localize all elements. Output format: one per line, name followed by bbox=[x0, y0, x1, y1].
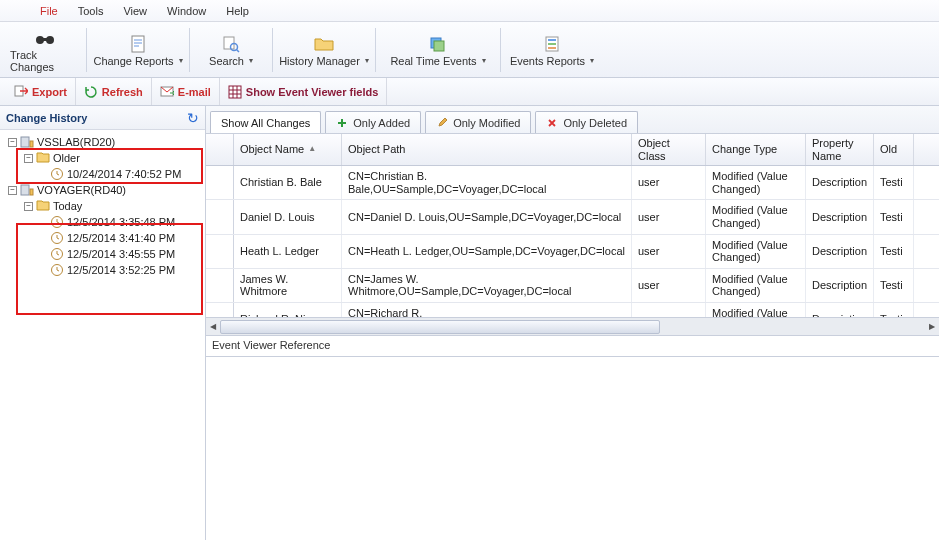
horizontal-scrollbar[interactable]: ◀ ▶ bbox=[206, 317, 939, 335]
tab-only-modified[interactable]: Only Modified bbox=[425, 111, 531, 133]
clock-icon bbox=[50, 231, 64, 245]
menu-window[interactable]: Window bbox=[157, 2, 216, 20]
track-changes-button[interactable]: Track Changes bbox=[10, 25, 80, 75]
svg-rect-4 bbox=[132, 36, 144, 52]
tree-timestamp[interactable]: 12/5/2014 3:35:48 PM bbox=[2, 214, 203, 230]
cell-change-type: Modified (Value Changed) bbox=[706, 200, 806, 233]
side-panel-title: Change History bbox=[6, 112, 87, 124]
cell-property-name: Description bbox=[806, 166, 874, 199]
email-button[interactable]: E-mail bbox=[152, 78, 220, 105]
clock-icon bbox=[50, 263, 64, 277]
filter-tabstrip: Show All Changes Only Added Only Modifie… bbox=[206, 106, 939, 134]
table-row[interactable]: Daniel D. LouisCN=Daniel D. Louis,OU=Sam… bbox=[206, 200, 939, 234]
col-property-name[interactable]: Property Name bbox=[806, 134, 874, 165]
svg-rect-17 bbox=[21, 137, 29, 147]
scroll-thumb[interactable] bbox=[220, 320, 660, 334]
tree-timestamp[interactable]: 12/5/2014 3:45:55 PM bbox=[2, 246, 203, 262]
svg-point-2 bbox=[46, 36, 54, 44]
svg-rect-5 bbox=[224, 37, 234, 49]
search-button[interactable]: Search bbox=[196, 25, 266, 75]
col-old[interactable]: Old bbox=[874, 134, 914, 165]
tree-timestamp[interactable]: 12/5/2014 3:52:25 PM bbox=[2, 262, 203, 278]
separator bbox=[500, 28, 501, 72]
events-reports-button[interactable]: Events Reports bbox=[507, 25, 597, 75]
folder-icon bbox=[36, 199, 50, 213]
cell-object-path: CN=Daniel D. Louis,OU=Sample,DC=Voyager,… bbox=[342, 200, 632, 233]
cell-change-type: Modified (Value Changed) bbox=[706, 303, 806, 317]
cell-object-name: James W. Whitmore bbox=[234, 269, 342, 302]
cell-old: Testi bbox=[874, 269, 914, 302]
tree-timestamp[interactable]: 12/5/2014 3:41:40 PM bbox=[2, 230, 203, 246]
svg-line-7 bbox=[237, 49, 240, 52]
tree-today-folder[interactable]: − Today bbox=[2, 198, 203, 214]
separator bbox=[375, 28, 376, 72]
col-object-path[interactable]: Object Path bbox=[342, 134, 632, 165]
row-handle bbox=[206, 269, 234, 302]
changes-grid[interactable]: Object Name▲ Object Path Object Class Ch… bbox=[206, 134, 939, 317]
server-icon bbox=[20, 135, 34, 149]
clock-icon bbox=[50, 167, 64, 181]
export-button[interactable]: Export bbox=[6, 78, 76, 105]
row-handle bbox=[206, 303, 234, 317]
col-object-name[interactable]: Object Name▲ bbox=[234, 134, 342, 165]
show-event-fields-button[interactable]: Show Event Viewer fields bbox=[220, 78, 387, 105]
separator bbox=[272, 28, 273, 72]
svg-point-1 bbox=[36, 36, 44, 44]
svg-rect-11 bbox=[548, 39, 556, 41]
tree-server-voyager[interactable]: − VOYAGER(RD40) bbox=[2, 182, 203, 198]
content-panel: Show All Changes Only Added Only Modifie… bbox=[206, 106, 939, 540]
cell-property-name: Description bbox=[806, 235, 874, 268]
menu-view[interactable]: View bbox=[113, 2, 157, 20]
cell-object-name: Richard R. Nixon bbox=[234, 303, 342, 317]
tree-server-vsslab[interactable]: − VSSLAB(RD20) bbox=[2, 134, 203, 150]
menu-tools[interactable]: Tools bbox=[68, 2, 114, 20]
cell-object-path: CN=Heath L. Ledger,OU=Sample,DC=Voyager,… bbox=[342, 235, 632, 268]
table-row[interactable]: Richard R. NixonCN=Richard R. Nixon,OU=S… bbox=[206, 303, 939, 317]
collapse-icon[interactable]: − bbox=[8, 138, 17, 147]
tab-only-deleted[interactable]: Only Deleted bbox=[535, 111, 638, 133]
tab-only-added[interactable]: Only Added bbox=[325, 111, 421, 133]
grid-header: Object Name▲ Object Path Object Class Ch… bbox=[206, 134, 939, 166]
collapse-icon[interactable]: − bbox=[24, 202, 33, 211]
side-panel-header: Change History ↻ bbox=[0, 106, 205, 130]
cell-object-class: user bbox=[632, 166, 706, 199]
plus-icon bbox=[336, 117, 348, 129]
cell-object-name: Daniel D. Louis bbox=[234, 200, 342, 233]
folder-icon bbox=[314, 33, 334, 55]
tab-show-all[interactable]: Show All Changes bbox=[210, 111, 321, 133]
svg-rect-12 bbox=[548, 43, 556, 45]
menu-bar: File Tools View Window Help bbox=[0, 0, 939, 22]
row-handle bbox=[206, 235, 234, 268]
table-row[interactable]: Heath L. LedgerCN=Heath L. Ledger,OU=Sam… bbox=[206, 235, 939, 269]
svg-rect-18 bbox=[30, 141, 33, 147]
refresh-button[interactable]: Refresh bbox=[76, 78, 152, 105]
col-object-class[interactable]: Object Class bbox=[632, 134, 706, 165]
table-row[interactable]: Christian B. BaleCN=Christian B. Bale,OU… bbox=[206, 166, 939, 200]
menu-file[interactable]: File bbox=[30, 2, 68, 20]
collapse-icon[interactable]: − bbox=[8, 186, 17, 195]
table-row[interactable]: James W. WhitmoreCN=James W. Whitmore,OU… bbox=[206, 269, 939, 303]
tree-older-folder[interactable]: − Older bbox=[2, 150, 203, 166]
col-change-type[interactable]: Change Type bbox=[706, 134, 806, 165]
cell-object-class: user bbox=[632, 235, 706, 268]
tree-timestamp[interactable]: 10/24/2014 7:40:52 PM bbox=[2, 166, 203, 182]
stack-icon bbox=[429, 33, 447, 55]
refresh-tree-icon[interactable]: ↻ bbox=[187, 110, 199, 126]
scroll-right-icon[interactable]: ▶ bbox=[925, 320, 939, 334]
collapse-icon[interactable]: − bbox=[24, 154, 33, 163]
history-manager-button[interactable]: History Manager bbox=[279, 25, 369, 75]
export-icon bbox=[14, 85, 28, 99]
event-viewer-reference-body bbox=[206, 357, 939, 540]
cell-old: Testi bbox=[874, 303, 914, 317]
event-viewer-reference-header[interactable]: Event Viewer Reference bbox=[206, 335, 939, 357]
cell-object-path: CN=James W. Whitmore,OU=Sample,DC=Voyage… bbox=[342, 269, 632, 302]
menu-help[interactable]: Help bbox=[216, 2, 259, 20]
sheet-icon bbox=[544, 33, 560, 55]
scroll-left-icon[interactable]: ◀ bbox=[206, 320, 220, 334]
realtime-events-button[interactable]: Real Time Events bbox=[382, 25, 494, 75]
binoculars-icon bbox=[35, 27, 55, 49]
change-reports-button[interactable]: Change Reports bbox=[93, 25, 183, 75]
cell-change-type: Modified (Value Changed) bbox=[706, 269, 806, 302]
server-icon bbox=[20, 183, 34, 197]
grid-icon bbox=[228, 85, 242, 99]
